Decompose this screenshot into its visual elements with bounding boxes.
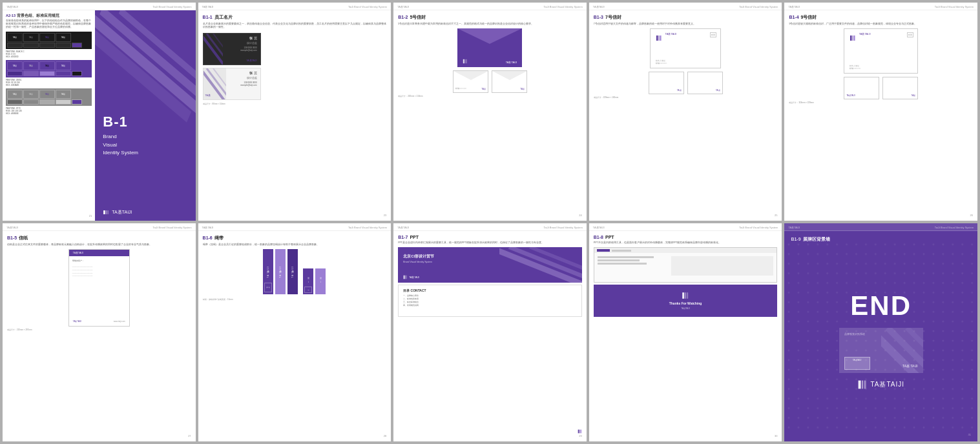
env-white-1: TA基 邮编□□□□□□ bbox=[453, 70, 488, 93]
svg-rect-6 bbox=[107, 210, 109, 214]
cover-title-area: B-1 Brand Visual Identity System bbox=[103, 115, 138, 157]
page-num-b1-3: 25 bbox=[594, 214, 778, 217]
page-cell-b1-5: TA基TAIJI TaiJi Brand Visual Identity Sys… bbox=[3, 223, 196, 441]
svg-rect-14 bbox=[465, 59, 466, 63]
svg-rect-16 bbox=[656, 35, 658, 41]
ppt-logo: TA基TAIJI bbox=[403, 275, 419, 279]
b1-2-spec: 成品尺寸：220mm × 110mm bbox=[398, 95, 582, 97]
b1-4-spec: 成品尺寸：324mm × 229mm bbox=[789, 101, 973, 104]
b1-5-num: B1-5 bbox=[7, 236, 17, 240]
end-logo-area: TA基TAIJI bbox=[857, 379, 904, 390]
svg-rect-41 bbox=[864, 380, 866, 388]
end-logo-icon bbox=[857, 379, 868, 390]
b1-6-header: B1-6 绳带 bbox=[203, 235, 387, 241]
env9-addr: 收件人地址邮编□□□□□□ bbox=[850, 65, 860, 70]
end-brand-text: TA基TAIJI bbox=[870, 380, 904, 389]
b1-3-num: B1-3 bbox=[594, 15, 603, 19]
lanyard-group: TA基TAIJI 员工证 TA基TAIJI TA基TAIJI TA基 ID bbox=[203, 249, 387, 294]
b1-1-desc: 名片是企业形象展示的重要载体之一，承担着传递企业信息、代表企业文化与品牌识别的重… bbox=[203, 23, 387, 30]
b1-7-desc: PPT是企业进行内外部汇报展示的重要工具，统一规范的PPT模板在提升演示效果的同… bbox=[398, 241, 582, 245]
b1-7-num: B1-7 bbox=[398, 235, 408, 239]
b1-1-title: 员工名片 bbox=[214, 14, 233, 21]
color-info-purple: PANTONE: 2685CRGB: 91 58 158HEX: #5B3A9E bbox=[6, 79, 92, 86]
card-light-info: 张 三 设计总监 138 0000 0000 example@taiji.com bbox=[240, 72, 256, 87]
card-dark-info: 张 三 设计总监 138 0000 0000 example@taiji.com bbox=[240, 37, 256, 52]
b1-6-num: B1-6 bbox=[203, 236, 213, 240]
page-header-b1-3: TA基TAIJI TaiJi Brand Visual Identity Sys… bbox=[589, 3, 782, 10]
env9-logo: TA基TAIJI bbox=[850, 32, 870, 44]
b1-3-title: 7号信封 bbox=[605, 14, 621, 21]
page-cell-cover: TA基TAIJI TaiJi Brand Visual Identity Sys… bbox=[3, 3, 196, 221]
end-big-text: END bbox=[850, 290, 912, 321]
b1-8-title: PPT bbox=[605, 235, 614, 239]
lh-body: 尊敬的客户： _________________________________… bbox=[69, 256, 129, 280]
b1-8-num: B1-8 bbox=[594, 235, 603, 239]
b1-3-header: B1-3 7号信封 bbox=[594, 14, 778, 21]
svg-line-7 bbox=[203, 34, 224, 65]
a2-section-label: A2-13 背景色组、标准应用规范 bbox=[6, 14, 92, 18]
svg-rect-4 bbox=[103, 210, 105, 214]
b1-4-title: 9号信封 bbox=[801, 14, 817, 21]
page-cell-b1-2: TA基TAIJI TaiJi Brand Visual Identity Sys… bbox=[393, 3, 587, 221]
b1-7-title: PPT bbox=[410, 235, 419, 239]
envelope-flap-purple bbox=[457, 28, 522, 44]
contact-content: 一、品牌核心理念 二、标准色彩体系 三、标志标准组合 四、应用规范说明 bbox=[403, 294, 577, 307]
page-cell-b1-8: TA基TAIJI TaiJi Brand Visual Identity Sys… bbox=[589, 223, 782, 441]
contact-title: 目录 CONTACT bbox=[403, 288, 577, 292]
page-num-b1-4: 26 bbox=[789, 214, 973, 217]
svg-rect-25 bbox=[404, 276, 405, 279]
end-card-tagline: 品牌视觉识别系统 bbox=[844, 333, 865, 336]
lanyard-tall-group: TA基TAIJI 员工证 TA基TAIJI TA基TAIJI bbox=[263, 249, 298, 294]
page-num-end: 31 bbox=[791, 433, 971, 436]
b1-3-desc: 7号信封适用于较大文件的传递与邮寄，品牌形象的统一使用对于对外传播具有重要意义。 bbox=[594, 23, 778, 26]
color-info-gray: PANTONE: 877CRGB: 136 136 136HEX: #88888… bbox=[6, 107, 92, 115]
page-num-b1-1: 23 bbox=[203, 214, 387, 217]
lanyard-short-1: TA基 ID bbox=[303, 268, 313, 294]
b1-9-header: B1-9 展牌区背景墙 bbox=[791, 236, 971, 243]
page-header-b1-7: TA基TAIJI TaiJi Brand Visual Identity Sys… bbox=[393, 223, 587, 231]
page-cell-b1-7: TA基TAIJI TaiJi Brand Visual Identity Sys… bbox=[393, 223, 587, 441]
svg-rect-33 bbox=[687, 292, 688, 299]
cover-stripes-svg bbox=[95, 10, 195, 126]
b1-6-desc: 绳带（挂绳）是企业员工证的重要组成部分，统一形象的品牌挂绳设计有助于整体展示企业… bbox=[203, 243, 387, 247]
page-header-b1-2: TA基TAIJI TaiJi Brand Visual Identity Sys… bbox=[393, 3, 587, 10]
svg-rect-15 bbox=[466, 59, 468, 63]
page-num-b1-8: 30 bbox=[594, 434, 778, 438]
b1-1-num: B1-1 bbox=[203, 15, 213, 19]
b1-5-title: 信纸 bbox=[19, 235, 28, 241]
svg-rect-21 bbox=[854, 35, 855, 41]
svg-rect-32 bbox=[685, 292, 685, 299]
cover-subtitle: Brand Visual Identity System bbox=[103, 133, 138, 157]
envelope-9-main: TA基TAIJI 邮票 收件人地址邮编□□□□□□ bbox=[844, 28, 918, 74]
page-num-a2: 21 bbox=[6, 214, 92, 217]
card-light-logo: TA基 bbox=[205, 94, 211, 97]
card-dark-logo-lines bbox=[203, 34, 224, 65]
ppt-slide-lines bbox=[499, 247, 582, 283]
lanyard-1: TA基TAIJI 员工证 bbox=[263, 249, 273, 294]
b1-7-header: B1-7 PPT bbox=[398, 235, 582, 239]
page-header-b1-5: TA基TAIJI TaiJi Brand Visual Identity Sys… bbox=[3, 223, 196, 231]
ppt-contact-slide: 目录 CONTACT 一、品牌核心理念 二、标准色彩体系 三、标志标准组合 四、… bbox=[398, 285, 582, 317]
cover-logo: TA基TAIJI bbox=[103, 209, 132, 216]
env7-small-row: TA基 TA基 bbox=[594, 72, 778, 94]
b1-9-num: B1-9 bbox=[791, 237, 800, 241]
env7-logo: TA基TAIJI bbox=[656, 32, 676, 44]
card-dark: 张 三 设计总监 138 0000 0000 example@taiji.com… bbox=[203, 33, 261, 65]
b1-3-spec: 成品尺寸：229mm × 162mm bbox=[594, 96, 778, 99]
env-white-2: TA基 bbox=[492, 70, 527, 93]
ppt-thanks-slide: Thanks For Watching TA基TAIJI bbox=[594, 285, 778, 317]
b1-4-header: B1-4 9号信封 bbox=[789, 14, 973, 21]
thanks-brand: TA基TAIJI bbox=[681, 307, 689, 310]
env9-stamp: 邮票 bbox=[907, 32, 913, 37]
b1-1-header: B1-1 员工名片 bbox=[203, 14, 387, 21]
svg-rect-27 bbox=[406, 276, 407, 279]
b1-6-spec: 材质：涤纶织带 / 挂绳宽度：15mm bbox=[203, 298, 387, 301]
lanyard-short-group: TA基 ID TA基 bbox=[303, 268, 326, 294]
page-header-end: TA基TAIJI TaiJi Brand Visual Identity Sys… bbox=[784, 223, 977, 231]
brand-row-gray: TA基 TA基 TA基 TA基 bbox=[6, 88, 92, 106]
page-cell-b1-9: TA基TAIJI TaiJi Brand Visual Identity Sys… bbox=[784, 223, 977, 441]
page-header-b1-8: TA基TAIJI TaiJi Brand Visual Identity Sys… bbox=[589, 223, 782, 231]
svg-rect-19 bbox=[850, 35, 852, 41]
b1-5-desc: 信纸是企业正式往来文件的重要载体，将品牌标准元素融入信纸设计，在提升传播效果的同… bbox=[7, 243, 191, 247]
b1-5-spec: 成品尺寸：210mm × 297mm bbox=[7, 328, 191, 331]
